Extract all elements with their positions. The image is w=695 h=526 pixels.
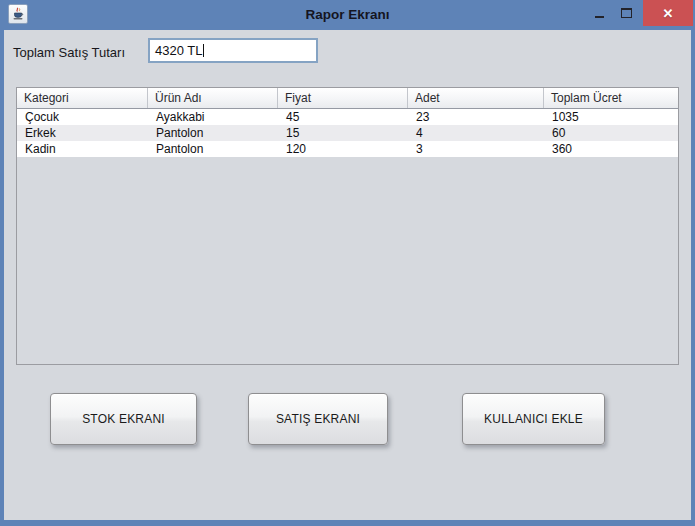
cell-fiyat: 15 xyxy=(278,125,408,141)
table-header: Kategori Ürün Adı Fiyat Adet Toplam Ücre… xyxy=(17,88,678,109)
close-icon: ✕ xyxy=(663,6,674,21)
column-header-toplam-ucret[interactable]: Toplam Ücret xyxy=(544,88,678,108)
total-sales-value: 4320 TL xyxy=(155,43,202,58)
cell-toplam-ucret: 60 xyxy=(544,125,678,141)
column-header-kategori[interactable]: Kategori xyxy=(17,88,148,108)
cell-urun-adi: Pantolon xyxy=(148,125,278,141)
table-row[interactable]: Kadin Pantolon 120 3 360 xyxy=(17,141,678,157)
column-header-fiyat[interactable]: Fiyat xyxy=(278,88,408,108)
cell-kategori: Erkek xyxy=(17,125,148,141)
cell-fiyat: 45 xyxy=(278,109,408,125)
report-table[interactable]: Kategori Ürün Adı Fiyat Adet Toplam Ücre… xyxy=(16,87,679,365)
cell-adet: 4 xyxy=(408,125,544,141)
satis-ekrani-button[interactable]: SATIŞ EKRANI xyxy=(248,393,388,445)
java-coffee-cup-icon xyxy=(11,7,25,21)
kullanici-ekle-button[interactable]: KULLANICI EKLE xyxy=(462,393,605,445)
minimize-icon xyxy=(595,16,604,18)
titlebar: Rapor Ekranı ✕ xyxy=(0,0,695,30)
close-button[interactable]: ✕ xyxy=(643,0,693,26)
cell-fiyat: 120 xyxy=(278,141,408,157)
cell-toplam-ucret: 1035 xyxy=(544,109,678,125)
cell-adet: 3 xyxy=(408,141,544,157)
table-row[interactable]: Erkek Pantolon 15 4 60 xyxy=(17,125,678,141)
cell-toplam-ucret: 360 xyxy=(544,141,678,157)
total-sales-input[interactable]: 4320 TL xyxy=(148,38,318,63)
text-caret xyxy=(203,44,204,57)
maximize-icon xyxy=(621,8,632,18)
minimize-button[interactable] xyxy=(589,0,609,26)
cell-kategori: Çocuk xyxy=(17,109,148,125)
app-window: Rapor Ekranı ✕ Toplam Satış Tutarı xyxy=(0,0,695,526)
column-header-urun-adi[interactable]: Ürün Adı xyxy=(148,88,278,108)
cell-kategori: Kadin xyxy=(17,141,148,157)
cell-urun-adi: Pantolon xyxy=(148,141,278,157)
cell-adet: 23 xyxy=(408,109,544,125)
total-sales-label: Toplam Satış Tutarı xyxy=(13,45,125,60)
column-header-adet[interactable]: Adet xyxy=(408,88,544,108)
content-panel: Toplam Satış Tutarı 4320 TL Kategori Ürü… xyxy=(4,30,691,520)
cell-urun-adi: Ayakkabi xyxy=(148,109,278,125)
stok-ekrani-button[interactable]: STOK EKRANI xyxy=(50,393,197,445)
table-row[interactable]: Çocuk Ayakkabi 45 23 1035 xyxy=(17,109,678,125)
java-icon[interactable] xyxy=(8,4,28,24)
maximize-button[interactable] xyxy=(615,0,637,26)
